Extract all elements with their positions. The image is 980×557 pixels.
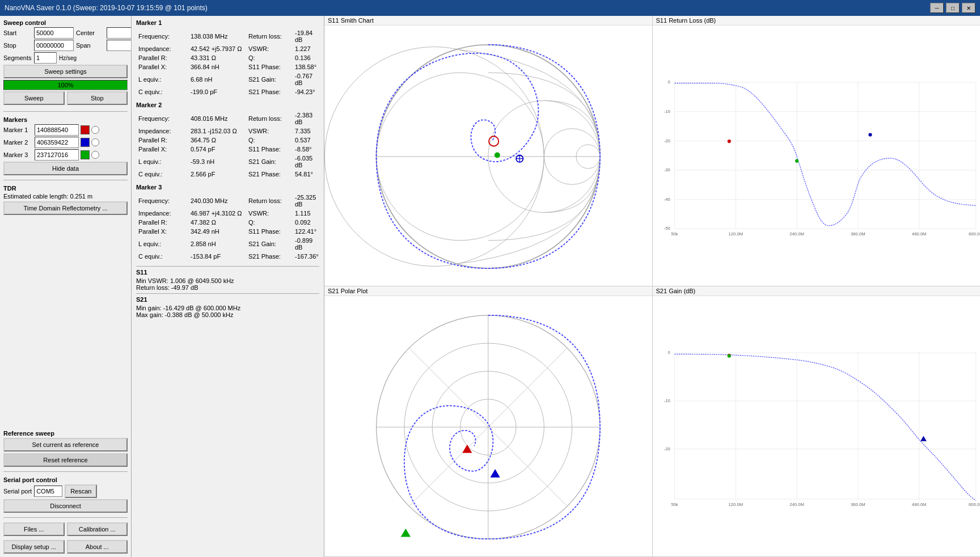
m1-s21g-value: -0.767 dB <box>294 72 318 87</box>
serial-port-input[interactable] <box>34 486 62 497</box>
m1-px-label: Parallel X: <box>137 63 188 71</box>
about-button[interactable]: About ... <box>67 540 128 554</box>
smith-chart-column: S11 Smith Chart <box>324 16 652 557</box>
start-input[interactable] <box>34 27 74 39</box>
m2-rl-label: Return loss: <box>247 111 293 126</box>
table-row: Parallel X: 0.574 pF S11 Phase: -8.58° <box>137 145 318 153</box>
table-row: Parallel X: 342.49 nH S11 Phase: 122.41° <box>137 227 320 235</box>
svg-point-13 <box>495 153 500 158</box>
m1-s11p-label: S11 Phase: <box>247 63 293 71</box>
marker1-table: Frequency: 138.038 MHz Return loss: -19.… <box>136 28 319 97</box>
svg-text:360.0M: 360.0M <box>851 502 865 507</box>
right-panels: S11 Smith Chart <box>324 16 980 557</box>
disconnect-button[interactable]: Disconnect <box>3 499 128 513</box>
m1-vswr-label: VSWR: <box>247 45 293 53</box>
svg-text:480.0M: 480.0M <box>911 231 926 237</box>
gain-chart-box: S21 Gain (dB) <box>653 286 981 557</box>
marker-2-label: Marker 2 <box>3 139 33 146</box>
s21-max-gain-value: -0.388 dB @ 50.000 kHz <box>165 311 234 318</box>
stop-button[interactable]: Stop <box>67 91 128 105</box>
svg-point-53 <box>795 159 799 163</box>
marker-3-input[interactable] <box>35 149 79 161</box>
minimize-button[interactable]: ─ <box>930 3 944 13</box>
reset-reference-button[interactable]: Reset reference <box>3 453 128 467</box>
m2-vswr-value: 7.335 <box>294 127 318 135</box>
m3-s21g-value: -0.899 dB <box>294 237 320 251</box>
marker-2-row: Marker 2 <box>3 137 128 148</box>
m3-s11p-label: S11 Phase: <box>247 227 293 235</box>
table-row: L equiv.: 6.68 nH S21 Gain: -0.767 dB <box>137 72 318 87</box>
svg-point-51 <box>727 140 730 143</box>
serial-port-title: Serial port control <box>3 476 128 483</box>
m1-px-value: 366.84 nH <box>189 63 246 71</box>
s21-summary-section: S21 Min gain: -16.429 dB @ 600.000 MHz M… <box>136 296 319 318</box>
marker-2-input[interactable] <box>35 137 79 148</box>
svg-text:600.0M: 600.0M <box>968 231 980 237</box>
reference-sweep-title: Reference sweep <box>3 430 128 437</box>
marker-2-radio[interactable] <box>91 138 99 146</box>
return-loss-box: S11 Return Loss (dB) <box>653 16 981 286</box>
tdr-button[interactable]: Time Domain Reflectometry ... <box>3 201 128 215</box>
m3-imp-label: Impedance: <box>137 209 188 217</box>
return-loss-svg: 0 -10 -20 -30 -40 -50 50k 120.0M 240.0M … <box>653 27 981 286</box>
s11-min-vswr-label: Min VSWR: <box>136 277 168 284</box>
hz-per-seg-label: Hz/seg <box>59 55 77 61</box>
marker-3-radio[interactable] <box>91 151 99 159</box>
s11-rl-value: -49.97 dB <box>171 284 198 291</box>
tdr-estimated-value: 0.251 m <box>70 193 92 200</box>
calibration-button[interactable]: Calibration ... <box>67 522 128 536</box>
table-row: Parallel R: 43.331 Ω Q: 0.136 <box>137 54 318 62</box>
svg-text:-10: -10 <box>664 398 670 403</box>
m2-s21p-value: 54.81° <box>294 170 318 178</box>
serial-port-section: Serial port control Serial port Rescan D… <box>3 476 128 513</box>
markers-section: Markers Marker 1 Marker 2 Marker 3 Hide … <box>3 116 128 175</box>
m1-ce-label: C equiv.: <box>137 88 188 96</box>
middle-panel: Marker 1 Frequency: 138.038 MHz Return l… <box>132 16 324 557</box>
set-reference-button[interactable]: Set current as reference <box>3 438 128 451</box>
window-controls: ─ □ ✕ <box>930 3 975 13</box>
s21-min-gain-label: Min gain: <box>136 305 162 311</box>
m3-freq-value: 240.030 MHz <box>189 193 246 208</box>
marker-1-input[interactable] <box>35 124 79 136</box>
m3-le-label: L equiv.: <box>137 237 188 251</box>
polar-chart-svg <box>324 298 652 556</box>
hide-data-button[interactable]: Hide data <box>3 162 128 175</box>
segments-label: Segments <box>3 54 32 61</box>
table-row: L equiv.: 2.858 nH S21 Gain: -0.899 dB <box>137 237 320 251</box>
s11-min-vswr-value: 1.006 @ 6049.500 kHz <box>170 277 234 284</box>
span-input[interactable] <box>107 40 132 51</box>
table-row: Impedance: 42.542 +j5.7937 Ω VSWR: 1.227 <box>137 45 318 53</box>
center-input[interactable] <box>107 27 132 39</box>
tdr-title: TDR <box>3 185 128 192</box>
m3-vswr-label: VSWR: <box>247 209 293 217</box>
m2-s21g-value: -6.035 dB <box>294 154 318 169</box>
m3-le-value: 2.858 nH <box>189 237 246 251</box>
svg-rect-54 <box>653 344 981 510</box>
svg-text:120.0M: 120.0M <box>728 502 743 507</box>
s11-summary-section: S11 Min VSWR: 1.006 @ 6049.500 kHz Retur… <box>136 269 319 291</box>
m3-ce-value: -153.84 pF <box>189 252 246 260</box>
svg-text:50k: 50k <box>671 502 678 507</box>
marker2-section-title: Marker 2 <box>136 102 319 108</box>
files-button[interactable]: Files ... <box>3 522 65 536</box>
tdr-estimated-label: Estimated cable length: <box>3 193 68 200</box>
tdr-estimated: Estimated cable length: 0.251 m <box>3 193 128 200</box>
rescan-button[interactable]: Rescan <box>65 484 97 498</box>
close-button[interactable]: ✕ <box>962 3 975 13</box>
smith-chart-title: S11 Smith Chart <box>324 16 652 26</box>
marker-3-label: Marker 3 <box>3 151 33 158</box>
sweep-settings-button[interactable]: Sweep settings <box>3 65 128 78</box>
tdr-section: TDR Estimated cable length: 0.251 m Time… <box>3 185 128 215</box>
display-setup-button[interactable]: Display setup ... <box>3 540 65 554</box>
maximize-button[interactable]: □ <box>946 3 960 13</box>
segments-input[interactable] <box>34 52 57 64</box>
m1-vswr-value: 1.227 <box>294 45 318 53</box>
bottom-buttons-2: Display setup ... About ... <box>3 540 128 554</box>
stop-input[interactable] <box>34 40 74 51</box>
markers-title: Markers <box>3 116 128 123</box>
m1-freq-label: Frequency: <box>137 29 188 44</box>
marker-1-radio[interactable] <box>91 126 99 134</box>
sweep-button[interactable]: Sweep <box>3 91 65 105</box>
svg-text:-10: -10 <box>664 109 670 114</box>
svg-text:-40: -40 <box>664 197 670 202</box>
